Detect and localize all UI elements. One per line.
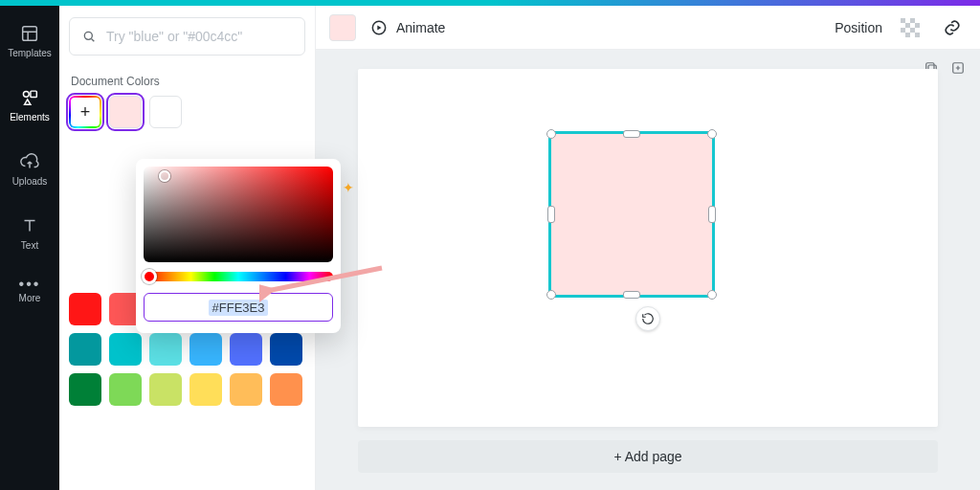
rail-more-label: More bbox=[19, 293, 41, 303]
document-color-swatch[interactable] bbox=[109, 96, 142, 128]
default-color-swatch[interactable] bbox=[149, 373, 182, 406]
svg-point-3 bbox=[84, 32, 92, 39]
default-color-swatch[interactable] bbox=[109, 333, 142, 366]
color-picker-popover: ✦ #FFE3E3 bbox=[136, 159, 341, 333]
svg-point-1 bbox=[23, 91, 29, 97]
text-icon bbox=[19, 215, 40, 236]
resize-handle[interactable] bbox=[546, 129, 556, 139]
link-icon bbox=[943, 18, 962, 37]
sv-thumb[interactable] bbox=[159, 170, 170, 182]
design-canvas[interactable] bbox=[358, 69, 938, 427]
svg-rect-11 bbox=[901, 28, 905, 33]
elements-icon bbox=[19, 87, 40, 108]
rail-templates[interactable]: Templates bbox=[0, 17, 59, 64]
default-color-swatch[interactable] bbox=[189, 373, 222, 406]
svg-rect-7 bbox=[901, 18, 905, 23]
resize-handle[interactable] bbox=[623, 130, 640, 138]
plus-icon: + bbox=[80, 102, 91, 122]
default-color-swatch[interactable] bbox=[189, 333, 222, 366]
svg-rect-2 bbox=[31, 91, 36, 97]
rail-templates-label: Templates bbox=[8, 48, 52, 58]
default-color-swatch[interactable] bbox=[230, 333, 262, 366]
hue-slider[interactable] bbox=[144, 272, 333, 281]
svg-rect-0 bbox=[23, 27, 37, 41]
default-color-swatch[interactable] bbox=[270, 333, 302, 366]
resize-handle[interactable] bbox=[708, 206, 716, 223]
add-page-label: + Add page bbox=[613, 449, 681, 464]
link-button[interactable] bbox=[938, 13, 967, 42]
svg-rect-10 bbox=[915, 23, 920, 28]
default-color-swatch[interactable] bbox=[149, 333, 182, 366]
resize-handle[interactable] bbox=[623, 291, 640, 299]
svg-rect-8 bbox=[910, 18, 915, 23]
uploads-icon bbox=[19, 151, 40, 172]
default-color-swatch[interactable] bbox=[270, 373, 302, 406]
document-colors-label: Document Colors bbox=[71, 75, 303, 88]
transparency-button[interactable] bbox=[896, 13, 924, 42]
add-page-button[interactable]: + Add page bbox=[358, 440, 938, 473]
more-icon: ••• bbox=[19, 279, 41, 289]
saturation-value-area[interactable] bbox=[144, 167, 333, 262]
templates-icon bbox=[19, 23, 40, 44]
rotate-button[interactable] bbox=[635, 306, 660, 331]
hue-thumb[interactable] bbox=[142, 269, 157, 284]
svg-rect-13 bbox=[905, 33, 910, 37]
hex-input[interactable]: #FFE3E3 bbox=[144, 293, 333, 322]
selected-rectangle[interactable] bbox=[551, 134, 712, 295]
transparency-icon bbox=[901, 18, 920, 37]
rail-text-label: Text bbox=[21, 240, 38, 251]
rail-elements[interactable]: Elements bbox=[0, 81, 59, 128]
premium-star-icon: ✦ bbox=[343, 180, 354, 195]
add-page-icon[interactable] bbox=[949, 59, 967, 77]
resize-handle[interactable] bbox=[707, 290, 717, 300]
animate-button[interactable]: Animate bbox=[369, 18, 445, 37]
svg-rect-9 bbox=[905, 23, 910, 28]
add-document-color[interactable]: + bbox=[69, 96, 101, 128]
hex-value: #FFE3E3 bbox=[209, 300, 269, 316]
search-icon bbox=[81, 29, 97, 44]
resize-handle[interactable] bbox=[547, 206, 555, 223]
rail-more[interactable]: ••• More bbox=[0, 274, 59, 309]
resize-handle[interactable] bbox=[546, 290, 556, 300]
default-color-swatch[interactable] bbox=[69, 333, 101, 366]
default-color-swatch[interactable] bbox=[69, 373, 101, 406]
svg-rect-14 bbox=[915, 33, 920, 37]
rotate-icon bbox=[641, 312, 655, 325]
default-color-swatch[interactable] bbox=[69, 293, 101, 325]
document-color-swatch[interactable] bbox=[149, 96, 182, 128]
rail-uploads-label: Uploads bbox=[12, 176, 48, 187]
fill-color-swatch[interactable] bbox=[329, 14, 356, 41]
resize-handle[interactable] bbox=[707, 129, 717, 139]
color-search[interactable] bbox=[69, 17, 305, 56]
color-search-input[interactable] bbox=[106, 29, 293, 44]
rail-uploads[interactable]: Uploads bbox=[0, 145, 59, 192]
rail-text[interactable]: Text bbox=[0, 210, 59, 256]
left-rail: Templates Elements Uploads Text ••• More bbox=[0, 6, 59, 490]
rail-elements-label: Elements bbox=[10, 112, 50, 122]
animate-label: Animate bbox=[396, 20, 445, 35]
default-color-swatch[interactable] bbox=[230, 373, 262, 406]
svg-rect-12 bbox=[910, 28, 915, 33]
default-color-swatch[interactable] bbox=[109, 373, 142, 406]
context-toolbar: Animate Position bbox=[316, 6, 980, 50]
position-button[interactable]: Position bbox=[835, 20, 882, 35]
animate-icon bbox=[369, 18, 389, 37]
color-panel: Document Colors + ✦ #FFE3E3 bbox=[59, 6, 316, 490]
